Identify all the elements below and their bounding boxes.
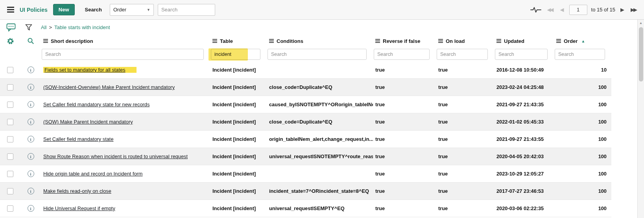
column-header-row: Short description Table Conditions Rever… [0, 35, 611, 47]
column-header-updated[interactable]: Updated [494, 38, 554, 44]
record-link[interactable]: Show Route Reason when incident is route… [43, 153, 188, 159]
info-icon[interactable] [28, 101, 34, 108]
search-table-input[interactable] [211, 49, 260, 60]
list-context-menu-button[interactable] [6, 5, 16, 14]
record-link[interactable]: Make fields read-only on close [43, 188, 111, 194]
info-icon[interactable] [28, 170, 34, 177]
vertical-scrollbar[interactable]: ▲ [637, 20, 644, 218]
row-checkbox[interactable] [7, 84, 13, 91]
row-checkbox[interactable] [7, 119, 13, 125]
cell-updated: 2023-10-29 12:05:27 [494, 171, 554, 177]
cell-order: 100 [554, 136, 611, 142]
search-icon [27, 37, 34, 44]
record-link[interactable]: Fields set to mandatory for all states [43, 67, 137, 73]
search-on-load-input[interactable] [437, 49, 488, 60]
breadcrumb-filter-link[interactable]: Table starts with incident [54, 24, 110, 30]
column-header-table[interactable]: Table [210, 38, 267, 44]
column-header-short-description[interactable]: Short description [41, 38, 210, 44]
cell-reverse-if-false: true [373, 136, 436, 142]
cell-table: Incident [incident] [210, 136, 267, 142]
scroll-up-button[interactable]: ▲ [638, 20, 644, 26]
info-icon[interactable] [28, 67, 34, 73]
previous-page-icon: ◀ [560, 7, 564, 13]
first-page-button[interactable]: ◀◀ [546, 6, 555, 13]
column-context-menu-icon [43, 39, 48, 43]
record-link[interactable]: (SOW) Make Parent Incident mandatory [43, 119, 133, 125]
page-title: UI Policies [20, 7, 48, 13]
cell-reverse-if-false: true [373, 171, 436, 177]
scroll-up-icon: ▲ [639, 21, 642, 25]
info-icon[interactable] [28, 84, 34, 91]
record-link[interactable]: Set Caller field mandatory state [43, 136, 114, 142]
row-checkbox[interactable] [7, 136, 13, 142]
hamburger-menu-icon [7, 7, 14, 13]
info-icon[interactable] [28, 188, 34, 194]
column-header-on-load[interactable]: On load [436, 38, 494, 44]
last-page-button[interactable]: ▶▶ [629, 6, 638, 13]
cell-order: 100 [554, 102, 611, 107]
list-search-toggle-button[interactable] [20, 37, 41, 44]
empty-cell [0, 47, 20, 61]
table-row: Show Route Reason when incident is route… [0, 148, 611, 165]
column-header-reverse-if-false[interactable]: Reverse if false [373, 38, 436, 44]
scrollbar-thumb[interactable] [639, 27, 643, 81]
cell-on-load: true [436, 84, 494, 90]
row-checkbox[interactable] [7, 102, 13, 108]
search-conditions-input[interactable] [268, 49, 367, 60]
row-checkbox[interactable] [7, 188, 13, 194]
cell-order: 100 [554, 153, 611, 159]
previous-page-button[interactable]: ◀ [559, 6, 565, 13]
breadcrumb-separator: > [49, 24, 52, 30]
info-icon[interactable] [28, 205, 34, 212]
record-link[interactable]: Set Caller field mandatory state for new… [43, 102, 149, 107]
cell-on-load: true [436, 188, 494, 194]
filter-button[interactable] [24, 23, 33, 31]
column-header-conditions[interactable]: Conditions [267, 38, 373, 44]
info-icon[interactable] [28, 118, 34, 125]
page-number-input[interactable] [569, 5, 587, 15]
info-icon[interactable] [28, 153, 34, 160]
first-page-icon: ◀◀ [547, 7, 553, 13]
search-field-selected-value: Order [113, 7, 126, 13]
column-header-label: Reverse if false [383, 38, 420, 44]
row-checkbox[interactable] [7, 153, 13, 160]
comments-icon [6, 23, 16, 31]
breadcrumb-all-link[interactable]: All [41, 24, 46, 30]
list-search-input[interactable] [158, 4, 215, 16]
row-checkbox[interactable] [7, 67, 13, 73]
cell-table: Incident [incident] [210, 119, 267, 125]
column-context-menu-icon [375, 39, 380, 43]
cell-table: Incident [incident] [210, 84, 267, 90]
new-record-button[interactable]: New [53, 4, 75, 15]
cell-order: 100 [554, 119, 611, 125]
cell-order: 100 [554, 171, 611, 177]
search-field-select[interactable]: Order ▼ [110, 4, 154, 16]
activity-stream-button[interactable] [530, 6, 542, 14]
cell-conditions: close_code=Duplicate^EQ [267, 119, 373, 125]
record-link[interactable]: Hide Universal Request if empty [43, 205, 115, 211]
row-checkbox[interactable] [7, 171, 13, 177]
cell-updated: 2016-12-08 10:50:49 [494, 67, 554, 73]
search-order-input[interactable] [555, 49, 605, 60]
table-row: Make fields read-only on close Incident … [0, 183, 611, 200]
row-checkbox[interactable] [7, 205, 13, 212]
cell-table: Incident [incident] [210, 205, 267, 211]
cell-conditions: caused_byISNOTEMPTY^ORorigin_tableINem_a… [267, 102, 373, 107]
column-header-label: On load [446, 38, 465, 44]
search-short-description-input[interactable] [42, 49, 204, 60]
record-link[interactable]: Hide origin table and record on Incident… [43, 171, 143, 177]
list-comments-button[interactable] [6, 22, 17, 32]
cell-order: 100 [554, 188, 611, 194]
next-page-button[interactable]: ▶ [619, 6, 626, 13]
column-header-order[interactable]: Order ▲ [554, 38, 611, 44]
search-updated-input[interactable] [495, 49, 548, 60]
info-icon[interactable] [28, 136, 34, 142]
search-reverse-if-false-input[interactable] [374, 49, 430, 60]
personalize-list-button[interactable] [0, 37, 20, 45]
next-page-icon: ▶ [620, 7, 624, 13]
column-header-label: Table [220, 38, 233, 44]
cell-updated: 2021-09-27 21:43:35 [494, 102, 554, 107]
cell-conditions: origin_tableINem_alert,change_request,in… [267, 136, 373, 142]
cell-on-load: true [436, 136, 494, 142]
record-link[interactable]: (SOW-Incident-Overview) Make Parent Inci… [43, 84, 175, 90]
